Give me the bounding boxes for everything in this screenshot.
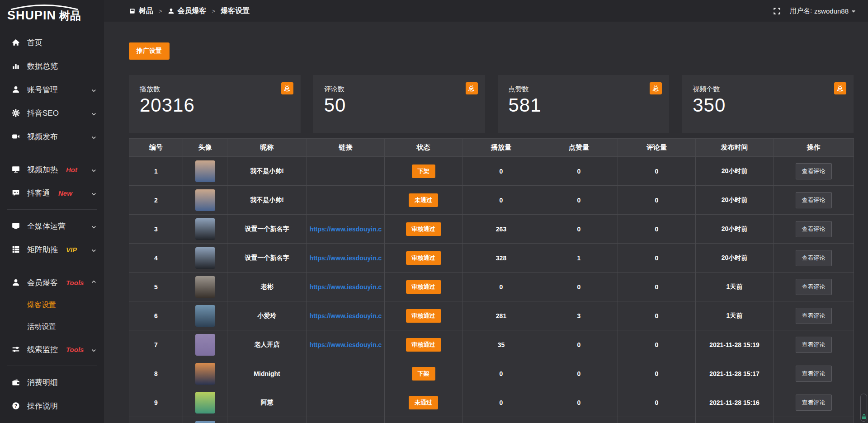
publish-time: 20小时前 [696, 157, 774, 186]
publish-time: 1天前 [696, 273, 774, 301]
plays-count [462, 417, 540, 423]
chevron-down-icon [91, 87, 97, 93]
nickname: 阿慧 [227, 388, 307, 417]
view-comments-button[interactable]: 查看评论 [796, 366, 832, 382]
video-link[interactable]: https://www.iesdouyin.c [307, 226, 384, 233]
plays-count: 0 [462, 157, 540, 186]
action-cell: 查看评论 [774, 388, 854, 417]
sidebar-submenu: 爆客设置活动设置 [0, 294, 104, 338]
video-link[interactable]: https://www.iesdouyin.c [307, 341, 384, 348]
promotion-settings-button[interactable]: 推广设置 [129, 42, 170, 60]
link-cell [307, 417, 385, 423]
avatar-cell [183, 244, 227, 273]
table-row: 3设置一个新名字https://www.iesdouyin.c审核通过26300… [129, 215, 854, 244]
sidebar-item-label: 消费明细 [27, 377, 58, 388]
status-cell: 审核通过 [385, 215, 462, 244]
brand-logo[interactable]: SHUPIN 树品 [0, 0, 104, 27]
likes-count: 0 [540, 157, 618, 186]
sidebar-item-douyin-seo[interactable]: 抖音SEO [0, 101, 104, 125]
view-comments-button[interactable]: 查看评论 [796, 308, 832, 324]
fullscreen-icon[interactable] [773, 7, 781, 15]
column-header: 编号 [129, 139, 183, 157]
avatar [195, 305, 215, 327]
avatar [195, 363, 215, 385]
likes-count: 0 [540, 359, 618, 388]
user-menu-trigger[interactable]: 用户名: zswodun88 [790, 7, 856, 15]
sidebar-item-home[interactable]: 首页 [0, 31, 104, 54]
sidebar-item-consumption-detail[interactable]: 消费明细 [0, 371, 104, 394]
likes-count: 0 [540, 215, 618, 244]
row-id: 2 [129, 186, 183, 215]
sidebar-item-tag: VIP [66, 246, 77, 254]
videos-table-wrap: 编号头像昵称链接状态播放量点赞量评论量发布时间操作 1我不是小帅!下架00020… [129, 138, 854, 423]
table-row: 6小爱玲https://www.iesdouyin.c审核通过281301天前查… [129, 301, 854, 330]
row-id: 6 [129, 301, 183, 330]
battery-icon [862, 414, 866, 420]
sidebar-subitem-activity-settings[interactable]: 活动设置 [0, 316, 104, 338]
floating-widget[interactable] [860, 394, 867, 422]
sidebar-item-label: 线索监控 [27, 344, 58, 355]
sidebar-subitem-baoke-settings[interactable]: 爆客设置 [0, 294, 104, 316]
view-comments-button[interactable]: 查看评论 [796, 279, 832, 295]
logo-text-cn: 树品 [59, 9, 81, 23]
table-header-row: 编号头像昵称链接状态播放量点赞量评论量发布时间操作 [129, 139, 854, 157]
likes-count: 0 [540, 330, 618, 359]
breadcrumb-item-shupin[interactable]: 树品 [129, 6, 153, 16]
view-comments-button[interactable]: 查看评论 [796, 395, 832, 411]
avatar [195, 421, 215, 423]
view-comments-button[interactable]: 查看评论 [796, 337, 832, 353]
publish-time: 20小时前 [696, 186, 774, 215]
sidebar-item-clue-monitor[interactable]: 线索监控Tools [0, 338, 104, 361]
view-comments-button[interactable]: 查看评论 [796, 192, 832, 208]
status-badge: 审核通过 [406, 251, 441, 265]
view-comments-button[interactable]: 查看评论 [796, 250, 832, 266]
column-header: 操作 [774, 139, 854, 157]
sidebar-item-video-publish[interactable]: 视频发布 [0, 125, 104, 148]
comments-count: 0 [618, 186, 696, 215]
stat-card-label: 评论数 [324, 85, 474, 94]
sidebar: SHUPIN 树品 首页数据总览账号管理抖音SEO视频发布视频加热Hot抖客通N… [0, 0, 104, 423]
breadcrumb-item-member-baoke[interactable]: 会员爆客 [168, 6, 207, 16]
sidebar-item-douketong[interactable]: 抖客通New [0, 181, 104, 205]
sidebar-item-matrix-boost[interactable]: 矩阵助推VIP [0, 238, 104, 261]
sidebar-item-label: 视频加热 [27, 164, 58, 175]
stat-card-value: 50 [324, 94, 474, 116]
likes-count: 0 [540, 186, 618, 215]
status-cell: 下架 [385, 157, 462, 186]
table-body: 1我不是小帅!下架00020小时前查看评论2我不是小帅!未通过00020小时前查… [129, 157, 854, 423]
comments-count: 0 [618, 215, 696, 244]
avatar [195, 160, 215, 182]
logo-text-en: SHUPIN [7, 9, 56, 23]
table-row: 5老彬https://www.iesdouyin.c审核通过0001天前查看评论 [129, 273, 854, 301]
sidebar-item-media-operation[interactable]: 全媒体运营 [0, 214, 104, 238]
video-link[interactable]: https://www.iesdouyin.c [307, 312, 384, 320]
sidebar-item-data-overview[interactable]: 数据总览 [0, 54, 104, 78]
likes-count: 0 [540, 273, 618, 301]
column-header: 昵称 [227, 139, 307, 157]
sidebar-item-tag: Tools [66, 279, 84, 287]
breadcrumb-item-baoke-settings[interactable]: 爆客设置 [221, 6, 250, 16]
avatar-cell [183, 186, 227, 215]
view-comments-button[interactable]: 查看评论 [796, 221, 832, 237]
sidebar-item-operation-guide[interactable]: ?操作说明 [0, 394, 104, 418]
sidebar-item-account-management[interactable]: 账号管理 [0, 78, 104, 101]
video-link[interactable]: https://www.iesdouyin.c [307, 283, 384, 291]
view-comments-button[interactable]: 查看评论 [796, 163, 832, 179]
stat-card: 视频个数350总 [682, 75, 854, 133]
video-link[interactable]: https://www.iesdouyin.c [307, 254, 384, 262]
sliders-icon [12, 345, 20, 353]
stat-card-value: 350 [693, 94, 843, 116]
sidebar-item-member-baoke[interactable]: 会员爆客Tools [0, 271, 104, 294]
table-row: 8Midnight下架0002021-11-28 15:17查看评论 [129, 359, 854, 388]
sidebar-divider [7, 366, 97, 366]
sidebar-item-label: 视频发布 [27, 132, 58, 142]
comments-count: 0 [618, 359, 696, 388]
sidebar-item-video-heat[interactable]: 视频加热Hot [0, 158, 104, 181]
dashboard-icon [129, 8, 136, 14]
username-label: 用户名: [790, 7, 812, 15]
sidebar-item-label: 会员爆客 [27, 277, 58, 288]
breadcrumb-label: 树品 [139, 6, 153, 16]
status-badge: 审核通过 [406, 222, 441, 236]
chevron-up-icon [91, 280, 97, 286]
link-cell [307, 359, 385, 388]
